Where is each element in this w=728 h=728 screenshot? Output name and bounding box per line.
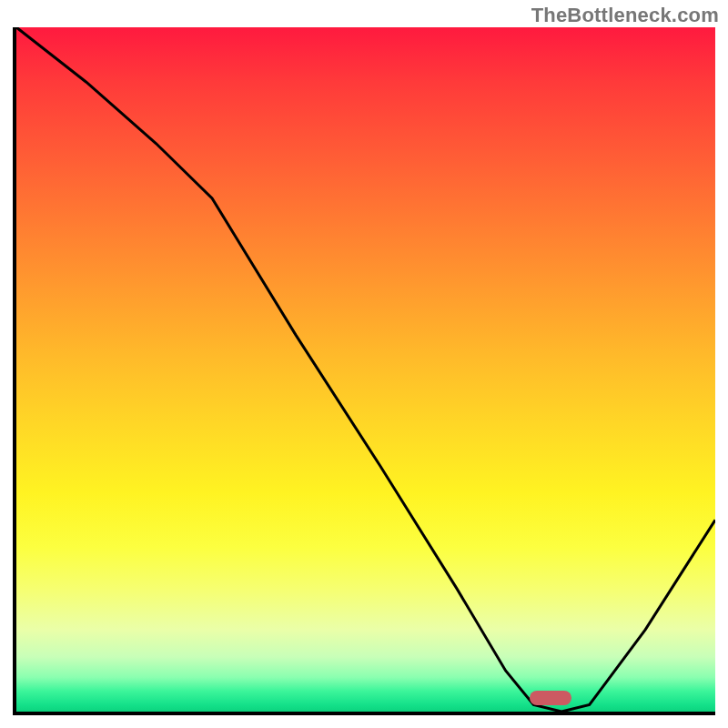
plot-area xyxy=(13,27,715,715)
curve-svg xyxy=(16,27,715,712)
chart-canvas: TheBottleneck.com xyxy=(0,0,728,728)
watermark-label: TheBottleneck.com xyxy=(531,4,719,27)
curve-path xyxy=(16,27,715,712)
optimum-marker xyxy=(530,691,571,705)
